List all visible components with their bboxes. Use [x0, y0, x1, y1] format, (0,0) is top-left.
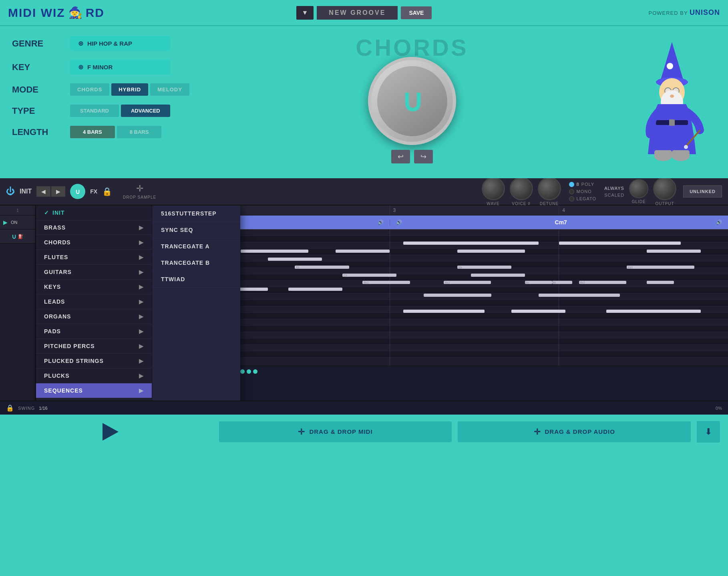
key-dropdown[interactable]: ⊛ F MINOR: [70, 60, 170, 75]
note-bb2-4: Bb: [552, 281, 573, 284]
beat-2: 2: [221, 205, 390, 215]
menu-leads[interactable]: LEADS ▶: [36, 294, 152, 309]
arrow-right-icon11: ▶: [139, 373, 144, 379]
swing-dot[interactable]: [240, 369, 245, 374]
menu-keys[interactable]: KEYS ▶: [36, 279, 152, 294]
header: MIDI WIZ 🧙 RD ▼ NEW GROOVE SAVE POWERED …: [0, 0, 728, 26]
mode-btn-chords[interactable]: CHORDS: [70, 83, 109, 96]
save-button[interactable]: SAVE: [401, 6, 432, 19]
menu-brass[interactable]: BRASS ▶: [36, 220, 152, 235]
svg-rect-15: [654, 150, 672, 158]
menu-chords[interactable]: CHORDS ▶: [36, 235, 152, 250]
length-btn-4bars[interactable]: 4 BARS: [70, 126, 115, 138]
menu-leads-label: LEADS: [44, 298, 65, 305]
center-section: CHORDS ∪ ↩ ↪: [208, 26, 616, 178]
scaled-label: SCALED: [604, 193, 624, 197]
logo-text: MIDI WIZ: [8, 6, 65, 20]
genre-row: GENRE ⊛ HIP HOP & RAP: [12, 36, 196, 51]
undo-button[interactable]: ↩: [391, 150, 410, 163]
dropdown-button[interactable]: ▼: [296, 6, 314, 20]
menu-chords-label: CHORDS: [44, 239, 71, 246]
glide-knob[interactable]: [629, 179, 648, 198]
note-bb2-1: Bb2: [362, 281, 410, 284]
beat-3: 3: [390, 205, 559, 215]
download-button[interactable]: ⬇: [697, 421, 720, 443]
track-beat-header: 1: [0, 205, 35, 215]
swing-dot[interactable]: [253, 369, 257, 374]
menu-plucked-strings[interactable]: PLUCKED STRINGS ▶: [36, 353, 152, 368]
note-mid-2: [268, 258, 322, 261]
wave-knob[interactable]: [482, 177, 505, 200]
track-play-button[interactable]: ▶: [3, 219, 8, 226]
svg-rect-16: [672, 150, 690, 158]
genre-value: HIP HOP & RAP: [87, 40, 132, 47]
type-label: TYPE: [12, 106, 64, 116]
mono-indicator: [569, 189, 574, 194]
mode-btn-hybrid[interactable]: HYBRID: [111, 83, 148, 96]
submenu-516[interactable]: 516STUTTERSTEP: [152, 205, 240, 222]
track-unison-btn[interactable]: ∪ ⛽: [0, 230, 35, 244]
drag-drop-audio-button[interactable]: ✛ DRAG & DROP AUDIO: [458, 421, 691, 442]
submenu-trancegate-a[interactable]: TRANCEGATE A: [152, 238, 240, 255]
settings-panel: GENRE ⊛ HIP HOP & RAP KEY ⊛ F MINOR MODE…: [0, 26, 208, 178]
powered-by-text: POWERED BY: [648, 10, 688, 16]
drop-sample-area[interactable]: ✛ DROP SAMPLE: [123, 183, 156, 199]
type-btn-standard[interactable]: STANDARD: [70, 105, 119, 117]
mode-btn-melody[interactable]: MELODY: [150, 83, 189, 96]
menu-pads[interactable]: PADS ▶: [36, 324, 152, 338]
menu-guitars[interactable]: GUITARS ▶: [36, 264, 152, 279]
poly-indicator: [569, 182, 574, 187]
menu-flutes[interactable]: FLUTES ▶: [36, 250, 152, 264]
menu-sequences-label: SEQUENCES: [44, 387, 83, 394]
submenu-ttwiad[interactable]: TTWIAD: [152, 271, 240, 288]
menu-init-item[interactable]: ✓ INIT: [36, 205, 152, 220]
type-row: TYPE STANDARD ADVANCED: [12, 105, 196, 117]
output-knob[interactable]: [653, 177, 676, 200]
knob-wave: WAVE: [482, 177, 505, 206]
unison-small-btn[interactable]: ∪: [70, 184, 85, 199]
voice-knob[interactable]: [510, 177, 533, 200]
menu-strings[interactable]: STRINGS ▶: [36, 398, 152, 401]
track-content: 1 ▶ ON ∪ ⛽: [0, 205, 728, 401]
swing-percent: 0%: [716, 406, 722, 411]
drag-audio-label: DRAG & DROP AUDIO: [545, 428, 615, 435]
redo-button[interactable]: ↪: [414, 150, 433, 163]
swing-note-value: 1/16: [39, 406, 47, 411]
submenu-trancegate-b[interactable]: TRANCEGATE B: [152, 255, 240, 271]
menu-organs[interactable]: ORGANS ▶: [36, 309, 152, 324]
menu-init-label: INIT: [52, 209, 64, 216]
settings-section: GENRE ⊛ HIP HOP & RAP KEY ⊛ F MINOR MODE…: [0, 26, 728, 178]
unlinked-button[interactable]: UNLINKED: [683, 185, 722, 197]
power-button[interactable]: ⏻: [6, 186, 15, 197]
svg-point-2: [667, 63, 673, 69]
type-btn-advanced[interactable]: ADVANCED: [121, 105, 170, 117]
menu-pitched-percs-label: PITCHED PERCS: [44, 343, 95, 349]
genre-dropdown[interactable]: ⊛ HIP HOP & RAP: [70, 36, 170, 51]
genre-label: GENRE: [12, 38, 64, 49]
nav-next[interactable]: ▶: [51, 186, 65, 197]
submenu-trancegate-a-label: TRANCEGATE A: [161, 243, 210, 250]
note-eb-2: Eb: [457, 266, 511, 269]
submenu-sync[interactable]: SYNC SEQ: [152, 222, 240, 238]
beat-4: 4: [559, 205, 728, 215]
chord-2-play-icon-right[interactable]: 🔊: [716, 220, 722, 225]
detune-knob[interactable]: [538, 177, 561, 200]
logo-circle: ∪: [368, 57, 456, 145]
chord-1-play-icon[interactable]: 🔊: [378, 220, 384, 225]
play-large-button[interactable]: [99, 419, 123, 445]
menu-plucks[interactable]: PLUCKS ▶: [36, 368, 152, 383]
menu-sequences[interactable]: SEQUENCES ▶: [36, 383, 152, 398]
swing-dot[interactable]: [247, 369, 251, 374]
length-btn-8bars[interactable]: 8 BARS: [117, 126, 162, 138]
nav-prev[interactable]: ◀: [36, 186, 50, 197]
note-low-7: [539, 294, 620, 297]
drag-drop-midi-button[interactable]: ✛ DRAG & DROP MIDI: [219, 421, 452, 442]
unison-symbol: ∪: [401, 83, 423, 119]
arrow-right-icon: ▶: [139, 224, 144, 231]
length-row: LENGTH 4 BARS 8 BARS: [12, 126, 196, 138]
instrument-menu: ✓ INIT BRASS ▶ CHORDS ▶ FLUTES ▶ GUITARS: [36, 205, 240, 401]
menu-pitched-percs[interactable]: PITCHED PERCS ▶: [36, 338, 152, 353]
chord-2-name: Cm7: [406, 219, 716, 226]
wizard-character-area: [616, 26, 728, 178]
chord-2-play-icon-left[interactable]: 🔊: [396, 220, 402, 225]
